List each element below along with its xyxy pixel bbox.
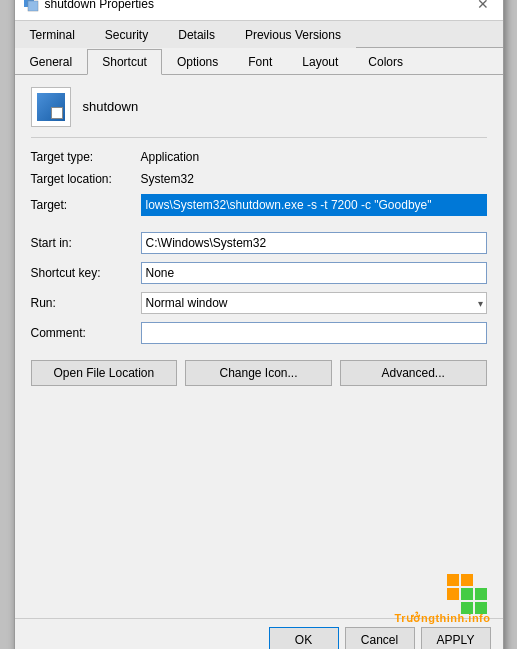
target-location-label: Target location: bbox=[31, 172, 141, 186]
shortcut-key-input[interactable] bbox=[141, 262, 487, 284]
bottom-bar: OK Cancel APPLY Trưởngthinh.info bbox=[15, 618, 503, 650]
top-tab-row: Terminal Security Details Previous Versi… bbox=[15, 21, 503, 48]
cancel-button[interactable]: Cancel bbox=[345, 627, 415, 650]
svg-rect-2 bbox=[28, 1, 38, 11]
open-file-location-button[interactable]: Open File Location bbox=[31, 360, 178, 386]
tab-layout[interactable]: Layout bbox=[287, 49, 353, 75]
target-row: Target: bbox=[31, 194, 487, 216]
comment-row: Comment: bbox=[31, 322, 487, 344]
tab-content: shutdown Target type: Application Target… bbox=[15, 75, 503, 566]
ok-button[interactable]: OK bbox=[269, 627, 339, 650]
app-name: shutdown bbox=[83, 99, 139, 114]
app-icon-box bbox=[31, 87, 71, 127]
app-icon bbox=[37, 93, 65, 121]
logo-icon bbox=[447, 574, 487, 614]
tab-previous-versions[interactable]: Previous Versions bbox=[230, 22, 356, 48]
tab-general[interactable]: General bbox=[15, 49, 88, 75]
run-select-wrapper: Normal window Minimized Maximized ▾ bbox=[141, 292, 487, 314]
close-button[interactable]: ✕ bbox=[471, 0, 495, 16]
target-type-value: Application bbox=[141, 150, 200, 164]
empty-area bbox=[31, 394, 487, 554]
tab-security[interactable]: Security bbox=[90, 22, 163, 48]
tab-shortcut[interactable]: Shortcut bbox=[87, 49, 162, 75]
title-bar-left: shutdown Properties bbox=[23, 0, 154, 12]
target-label: Target: bbox=[31, 198, 141, 212]
tab-font[interactable]: Font bbox=[233, 49, 287, 75]
window-title: shutdown Properties bbox=[45, 0, 154, 11]
shortcut-key-label: Shortcut key: bbox=[31, 266, 141, 280]
logo-block-3 bbox=[475, 574, 487, 586]
start-in-label: Start in: bbox=[31, 236, 141, 250]
tab-options[interactable]: Options bbox=[162, 49, 233, 75]
target-location-row: Target location: System32 bbox=[31, 172, 487, 186]
action-buttons: Open File Location Change Icon... Advanc… bbox=[31, 360, 487, 386]
logo-block-4 bbox=[447, 588, 459, 600]
tab-terminal[interactable]: Terminal bbox=[15, 22, 90, 48]
comment-label: Comment: bbox=[31, 326, 141, 340]
shortcut-key-row: Shortcut key: bbox=[31, 262, 487, 284]
start-in-input[interactable] bbox=[141, 232, 487, 254]
tab-details[interactable]: Details bbox=[163, 22, 230, 48]
target-type-row: Target type: Application bbox=[31, 150, 487, 164]
comment-input[interactable] bbox=[141, 322, 487, 344]
logo-block-1 bbox=[447, 574, 459, 586]
title-bar: shutdown Properties ✕ bbox=[15, 0, 503, 21]
logo-block-2 bbox=[461, 574, 473, 586]
logo-block-5 bbox=[461, 588, 473, 600]
tab-colors[interactable]: Colors bbox=[353, 49, 418, 75]
start-in-row: Start in: bbox=[31, 232, 487, 254]
run-label: Run: bbox=[31, 296, 141, 310]
app-header: shutdown bbox=[31, 87, 487, 138]
bottom-tab-row: General Shortcut Options Font Layout Col… bbox=[15, 48, 503, 75]
target-location-value: System32 bbox=[141, 172, 194, 186]
apply-button[interactable]: APPLY bbox=[421, 627, 491, 650]
run-row: Run: Normal window Minimized Maximized ▾ bbox=[31, 292, 487, 314]
title-icon bbox=[23, 0, 39, 12]
target-type-label: Target type: bbox=[31, 150, 141, 164]
properties-window: shutdown Properties ✕ Terminal Security … bbox=[14, 0, 504, 649]
target-input[interactable] bbox=[141, 194, 487, 216]
logo-block-6 bbox=[475, 588, 487, 600]
logo-area bbox=[15, 566, 503, 618]
advanced-button[interactable]: Advanced... bbox=[340, 360, 487, 386]
change-icon-button[interactable]: Change Icon... bbox=[185, 360, 332, 386]
watermark-text: Trưởngthinh.info bbox=[395, 612, 491, 625]
run-select[interactable]: Normal window Minimized Maximized bbox=[141, 292, 487, 314]
